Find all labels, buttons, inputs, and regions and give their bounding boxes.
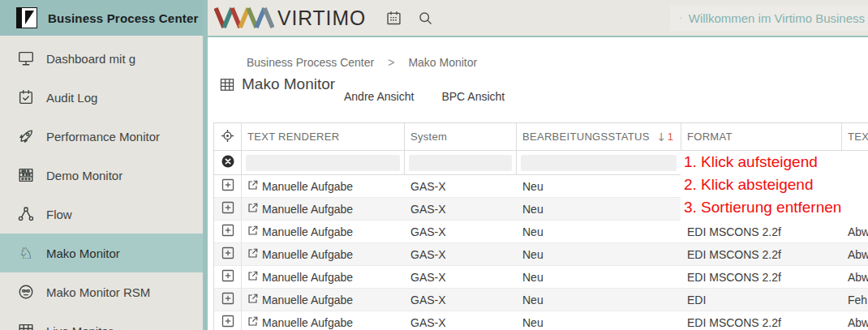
filter-cell (242, 151, 405, 175)
external-link-icon[interactable] (247, 294, 258, 306)
flow-icon (17, 205, 35, 223)
external-link-icon[interactable] (247, 225, 258, 238)
external-link-icon[interactable] (247, 316, 258, 329)
sidebar-item-flow[interactable]: Flow (0, 195, 203, 234)
filter-cell (405, 151, 517, 175)
column-header-format[interactable]: FORMAT (681, 123, 842, 151)
clear-filters-button[interactable] (214, 151, 242, 175)
expand-row-button[interactable] (214, 243, 242, 266)
column-header-tex[interactable]: TEX (842, 123, 868, 151)
filter-input[interactable] (521, 155, 677, 171)
sort-indicator[interactable]: ↓1 (657, 131, 674, 144)
cell-system: GAS-X (405, 289, 517, 311)
cell-format: EDI MSCONS 2.2f (681, 311, 842, 330)
column-header-bearbeitungsstatus[interactable]: BEARBEITUNGSSTATUS↓1 (517, 123, 681, 151)
table-header-row: TEXT RENDERERSystemBEARBEITUNGSSTATUS↓1F… (214, 123, 868, 151)
tab-andre-ansicht[interactable]: Andre Ansicht (344, 90, 414, 103)
cell-status: Neu (517, 221, 681, 243)
table-row[interactable]: Manuelle AufgabeGAS-XNeuEDI MSCONS 2.2fA… (214, 311, 868, 330)
cell-status: Neu (517, 175, 681, 198)
cell-format: EDI (681, 289, 842, 311)
annotation-line: 1. Klick aufsteigend (684, 151, 868, 174)
expand-icon (221, 315, 234, 330)
cell-text-renderer-label: Manuelle Aufgabe (262, 316, 353, 329)
column-header-label: FORMAT (687, 131, 733, 143)
sidebar-item-audit-log[interactable]: Audit Log (0, 78, 203, 117)
grid-icon (17, 322, 35, 330)
sidebar-item-performance-monitor[interactable]: Performance Monitor (0, 117, 203, 156)
expand-row-button[interactable] (214, 289, 242, 311)
sidebar-item-mako-monitor-rsm[interactable]: Mako Monitor RSM (0, 272, 203, 311)
sidebar-header-label: Business Process Center (48, 11, 199, 25)
expand-icon (221, 269, 234, 285)
sidebar-item-mako-monitor[interactable]: ♘Mako Monitor (0, 234, 203, 272)
sidebar-item-live-monitor[interactable]: Live Monitor (0, 311, 203, 330)
tab-bpc-ansicht[interactable]: BPC Ansicht (441, 90, 505, 103)
row-selector-column-button[interactable] (214, 123, 242, 151)
sidebar-item-label: Flow (46, 208, 72, 221)
calendar-check-icon (17, 88, 35, 106)
cell-system: GAS-X (405, 266, 517, 289)
sidebar-item-label: Mako Monitor (46, 246, 120, 260)
cell-text-renderer-label: Manuelle Aufgabe (262, 294, 353, 306)
page-title-row: Mako Monitor (219, 75, 335, 93)
clear-filter-icon (221, 154, 235, 172)
cell-text: Abw (842, 311, 868, 330)
calendar-icon[interactable] (385, 10, 402, 27)
cell-text-renderer-label: Manuelle Aufgabe (262, 248, 353, 261)
horse-icon: ♘ (17, 244, 35, 262)
table-row[interactable]: Manuelle AufgabeGAS-XNeuEDI MSCONS 2.2fA… (214, 266, 868, 289)
filter-input[interactable] (246, 155, 400, 171)
welcome-banner[interactable]: Willkommen im Virtimo Business (670, 6, 868, 31)
cell-system: GAS-X (405, 243, 517, 266)
table-row[interactable]: Manuelle AufgabeGAS-XNeuEDI MSCONS 2.2fA… (214, 243, 868, 266)
sidebar-item-label: Audit Log (46, 91, 97, 105)
breadcrumb: Business Process Center > Mako Monitor (247, 56, 477, 69)
cell-status: Neu (517, 198, 681, 221)
expand-icon (221, 292, 234, 307)
sidebar-item-dashboard-mit-g[interactable]: Dashboard mit g (0, 39, 203, 78)
cell-status: Neu (517, 266, 681, 289)
cell-text-renderer: Manuelle Aufgabe (242, 175, 405, 198)
filter-cell (517, 151, 681, 175)
expand-row-button[interactable] (214, 266, 242, 289)
cell-text: Abw (842, 243, 868, 266)
column-header-label: BEARBEITUNGSSTATUS (522, 131, 650, 143)
search-icon[interactable] (417, 10, 434, 27)
external-link-icon[interactable] (247, 271, 258, 284)
external-link-icon[interactable] (247, 203, 258, 216)
cell-text-renderer-label: Manuelle Aufgabe (262, 271, 353, 284)
sidebar-header[interactable]: Business Process Center (0, 0, 203, 36)
filter-input[interactable] (409, 155, 512, 171)
cell-status: Neu (517, 289, 681, 311)
expand-row-button[interactable] (214, 175, 242, 198)
column-header-label: TEXT RENDERER (247, 131, 339, 143)
sidebar-item-label: Performance Monitor (46, 130, 160, 144)
sidebar: Business Process Center Dashboard mit gA… (0, 0, 203, 330)
cell-text-renderer: Manuelle Aufgabe (242, 198, 405, 221)
sidebar-item-demo-monitor[interactable]: Demo Monitor (0, 156, 203, 195)
sidebar-item-label: Mako Monitor RSM (46, 285, 150, 299)
main-area: VIRTIMO Willkommen im Virtimo Business (208, 0, 868, 330)
expand-icon (221, 246, 234, 262)
cell-text-renderer: Manuelle Aufgabe (242, 221, 405, 243)
expand-row-button[interactable] (214, 311, 242, 330)
breadcrumb-item-mako[interactable]: Mako Monitor (408, 56, 477, 69)
table-row[interactable]: Manuelle AufgabeGAS-XNeuEDI MSCONS 2.2fA… (214, 221, 868, 243)
sort-annotation: 1. Klick aufsteigend2. Klick absteigend3… (681, 151, 868, 221)
table-row[interactable]: Manuelle AufgabeGAS-XNeuEDIFeh (214, 289, 868, 311)
column-header-text-renderer[interactable]: TEXT RENDERER (242, 123, 405, 151)
breadcrumb-item-bpc[interactable]: Business Process Center (247, 56, 374, 69)
external-link-icon[interactable] (247, 180, 258, 193)
expand-row-button[interactable] (214, 198, 242, 221)
column-header-system[interactable]: System (405, 123, 517, 151)
annotation-line: 3. Sortierung entfernen (684, 196, 868, 219)
virtimo-mark-icon (16, 7, 37, 28)
external-link-icon[interactable] (247, 248, 258, 261)
cell-system: GAS-X (405, 175, 517, 198)
expand-icon (221, 224, 234, 239)
expand-row-button[interactable] (214, 221, 242, 243)
crosshair-icon (220, 128, 235, 146)
page-title: Mako Monitor (242, 75, 335, 93)
annotation-line: 2. Klick absteigend (684, 174, 868, 196)
